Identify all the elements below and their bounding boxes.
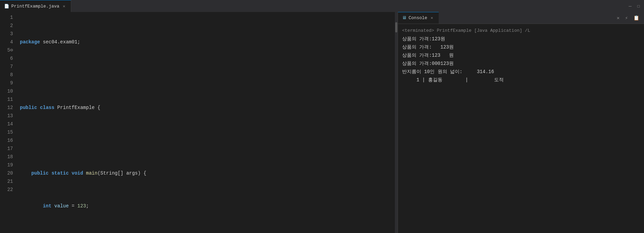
- code-line-5: public static void main(String[] args) {: [20, 169, 392, 177]
- java-file-icon: 📄: [4, 4, 9, 9]
- var-value: value: [54, 202, 69, 210]
- console-output-1: 상품의 가격:123원: [402, 35, 640, 43]
- line-num-16: 16: [3, 136, 13, 145]
- line-num-4: 4: [3, 38, 13, 46]
- console-icon: 🖥: [402, 15, 407, 20]
- line-num-8: 8: [3, 71, 13, 79]
- code-line-6: int value = 123;: [20, 202, 392, 210]
- line-num-11: 11: [3, 95, 13, 104]
- line-num-9: 9: [3, 79, 13, 87]
- line-numbers: 1 2 3 4 5⊖ 6 7 8 9 10 11 12 13 14 15 16: [0, 13, 17, 232]
- copy-button[interactable]: 📋: [631, 14, 641, 22]
- kw-int: int: [43, 202, 51, 210]
- console-controls: ✕ ⚡ 📋: [612, 12, 644, 24]
- console-output-5: 반지름이 10인 원의 넓이: 314.16: [402, 68, 640, 76]
- kw-public-3: public: [20, 104, 37, 112]
- line-num-1: 1: [3, 13, 13, 22]
- console-content: <terminated> PrintfExample [Java Applica…: [398, 24, 644, 233]
- line-num-13: 13: [3, 112, 13, 120]
- console-output-6: 1 | 홍길동 | 도적: [402, 76, 640, 84]
- console-close-button[interactable]: ✕: [429, 15, 435, 21]
- line-num-3: 3: [3, 30, 13, 38]
- line-num-7: 7: [3, 63, 13, 71]
- editor-with-scrollbar: 1 2 3 4 5⊖ 6 7 8 9 10 11 12 13 14 15 16: [0, 12, 398, 233]
- window-controls: — ☐: [624, 0, 644, 12]
- console-output-3: 상품의 가격:123 원: [402, 51, 640, 59]
- maximize-button[interactable]: ☐: [636, 2, 641, 10]
- code-line-2: [20, 71, 392, 79]
- line-num-10: 10: [3, 87, 13, 95]
- editor-scrollbar[interactable]: [395, 12, 398, 233]
- num-123: 123: [77, 202, 86, 210]
- code-line-3: public class PrintfExample {: [20, 104, 392, 112]
- code-line-1: package sec04.exam01;: [20, 38, 392, 46]
- kw-package: package: [20, 38, 40, 46]
- kw-static: static: [51, 169, 68, 177]
- console-tab-bar: 🖥 Console ✕ ✕ ⚡ 📋: [398, 12, 644, 24]
- minimize-button[interactable]: —: [627, 2, 633, 10]
- code-line-4: [20, 136, 392, 145]
- terminate-button[interactable]: ✕: [615, 14, 621, 22]
- line1-rest: sec04.exam01;: [40, 38, 80, 46]
- code-area[interactable]: 1 2 3 4 5⊖ 6 7 8 9 10 11 12 13 14 15 16: [0, 12, 395, 233]
- main-area: 1 2 3 4 5⊖ 6 7 8 9 10 11 12 13 14 15 16: [0, 12, 644, 233]
- tab-close-button[interactable]: ✕: [61, 3, 66, 10]
- line-num-15: 15: [3, 128, 13, 136]
- kw-void: void: [72, 169, 83, 177]
- console-output-2: 상품의 가격: 123원: [402, 43, 640, 51]
- editor-tab-bar: 📄 PrintfExample.java ✕ — ☐: [0, 0, 644, 12]
- editor-scrollbar-thumb[interactable]: [395, 22, 397, 32]
- kw-class: class: [40, 104, 54, 112]
- editor-tab[interactable]: 📄 PrintfExample.java ✕: [0, 0, 71, 12]
- line-num-19: 19: [3, 161, 13, 169]
- line-num-22: 22: [3, 186, 13, 194]
- line-num-5: 5⊖: [3, 46, 13, 54]
- kw-public-5: public: [31, 169, 49, 177]
- console-tab[interactable]: 🖥 Console ✕: [398, 12, 439, 24]
- line-num-2: 2: [3, 22, 13, 30]
- line-num-6: 6: [3, 54, 13, 63]
- console-tab-label: Console: [409, 15, 427, 20]
- disconnect-button[interactable]: ⚡: [623, 14, 630, 22]
- console-output-4: 상품의 가격:000123원: [402, 59, 640, 68]
- code-lines: package sec04.exam01; public class Print…: [17, 13, 395, 232]
- line-num-14: 14: [3, 120, 13, 128]
- line-num-20: 20: [3, 169, 13, 177]
- editor-panel: 1 2 3 4 5⊖ 6 7 8 9 10 11 12 13 14 15 16: [0, 12, 398, 233]
- line-num-18: 18: [3, 153, 13, 161]
- terminated-line: <terminated> PrintfExample [Java Applica…: [402, 27, 640, 35]
- tab-filename: PrintfExample.java: [11, 4, 59, 9]
- line-num-17: 17: [3, 145, 13, 153]
- line-num-21: 21: [3, 177, 13, 186]
- line-num-12: 12: [3, 104, 13, 112]
- console-panel: 🖥 Console ✕ ✕ ⚡ 📋 <terminated> PrintfExa…: [398, 12, 644, 233]
- method-main: main: [86, 169, 98, 177]
